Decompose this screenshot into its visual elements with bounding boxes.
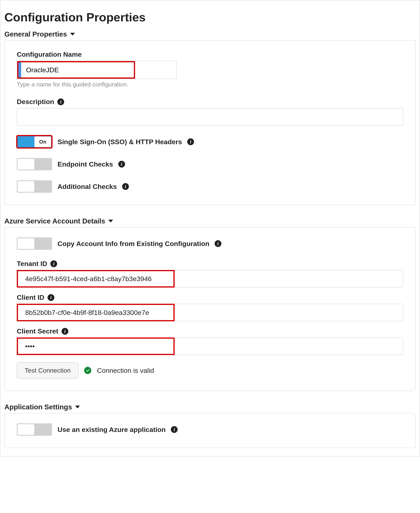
toggle-row-additional: Additional Checks i [17,180,403,193]
label-tenant-id-text: Tenant ID [17,260,47,268]
section-header-general-label: General Properties [4,30,67,38]
toggle-row-copy-existing: Copy Account Info from Existing Configur… [17,237,403,250]
info-icon[interactable]: i [171,426,178,433]
section-header-azure[interactable]: Azure Service Account Details [4,217,416,225]
toggle-use-existing-knob [18,424,34,435]
page-title: Configuration Properties [4,10,416,24]
label-description: Description i [17,98,403,106]
toggle-copy-existing[interactable] [17,237,52,250]
input-required-bar [18,62,21,77]
toggle-use-existing-app[interactable] [17,423,52,436]
label-client-secret-text: Client Secret [17,327,58,335]
toggle-sso-label: Single Sign-On (SSO) & HTTP Headers [58,138,182,146]
toggle-row-endpoint: Endpoint Checks i [17,158,403,170]
tenant-id-input[interactable] [17,270,403,287]
info-icon[interactable]: i [61,328,68,335]
toggle-sso[interactable]: On [17,136,52,148]
info-icon[interactable]: i [215,240,221,247]
label-description-text: Description [17,98,54,106]
toggle-row-sso: On Single Sign-On (SSO) & HTTP Headers i [17,136,403,148]
connection-status-text: Connection is valid [97,367,154,374]
toggle-endpoint-knob [18,159,34,169]
client-secret-input[interactable] [17,337,403,355]
info-icon[interactable]: i [50,260,57,267]
description-input-wrap [17,108,403,126]
configuration-name-hint: Type a name for this guided configuratio… [17,81,403,88]
client-id-input[interactable] [17,304,403,321]
toggle-row-use-existing: Use an existing Azure application i [17,423,403,436]
toggle-additional-knob [18,181,34,192]
panel-app-settings: Use an existing Azure application i [4,413,416,448]
toggle-additional-checks[interactable] [17,180,52,193]
info-icon[interactable]: i [187,138,194,145]
toggle-endpoint-checks[interactable] [17,158,52,170]
section-header-app-settings[interactable]: Application Settings [4,403,416,411]
configuration-name-input-wrap [17,61,177,79]
toggle-use-existing-label: Use an existing Azure application [58,426,166,433]
tenant-id-input-wrap [17,270,403,287]
page-container: Configuration Properties General Propert… [0,0,420,456]
configuration-name-input[interactable] [17,61,176,79]
check-circle-icon [84,367,91,374]
info-icon[interactable]: i [57,98,64,105]
toggle-endpoint-label: Endpoint Checks [58,160,113,168]
description-input[interactable] [17,108,403,126]
label-configuration-name: Configuration Name [17,51,403,58]
caret-down-icon [70,33,75,36]
toggle-copy-existing-knob [18,238,34,249]
section-header-general[interactable]: General Properties [4,30,416,38]
label-client-secret: Client Secret i [17,327,403,335]
panel-general: Configuration Name Type a name for this … [4,40,416,205]
label-client-id: Client ID i [17,293,403,301]
caret-down-icon [108,220,113,222]
client-id-input-wrap [17,304,403,321]
toggle-sso-knob: On [34,136,51,147]
info-icon[interactable]: i [122,183,129,190]
info-icon[interactable]: i [48,294,54,301]
panel-azure: Copy Account Info from Existing Configur… [4,227,416,391]
label-tenant-id: Tenant ID i [17,260,403,268]
label-client-id-text: Client ID [17,293,44,301]
info-icon[interactable]: i [118,161,125,168]
test-connection-button[interactable]: Test Connection [17,362,79,379]
test-connection-row: Test Connection Connection is valid [17,362,403,379]
label-configuration-name-text: Configuration Name [17,51,82,58]
toggle-additional-label: Additional Checks [58,183,117,191]
section-header-azure-label: Azure Service Account Details [4,217,105,225]
client-secret-input-wrap [17,337,403,355]
section-header-app-settings-label: Application Settings [4,403,72,411]
caret-down-icon [75,406,80,408]
toggle-copy-existing-label: Copy Account Info from Existing Configur… [58,240,210,248]
